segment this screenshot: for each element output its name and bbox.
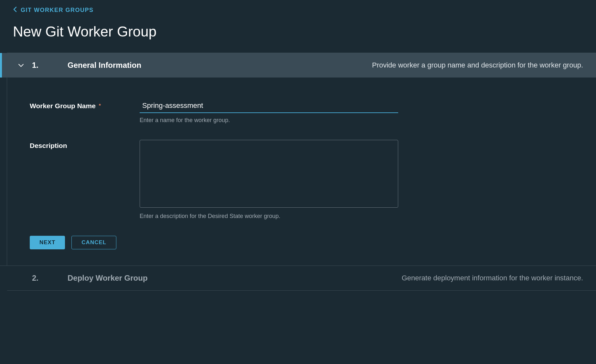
step-2-number: 2. xyxy=(32,274,68,283)
step-2-header[interactable]: 2. Deploy Worker Group Generate deployme… xyxy=(0,265,596,290)
description-label: Description xyxy=(30,140,140,150)
chevron-down-icon xyxy=(18,62,24,69)
description-help-text: Enter a description for the Desired Stat… xyxy=(140,213,398,220)
form-row-description: Description Enter a description for the … xyxy=(30,140,573,220)
step-2-description: Generate deployment information for the … xyxy=(223,274,583,282)
step-1-number: 1. xyxy=(32,61,68,70)
name-help-text: Enter a name for the worker group. xyxy=(140,117,398,124)
chevron-left-icon[interactable] xyxy=(13,6,17,14)
description-field-wrapper: Enter a description for the Desired Stat… xyxy=(140,140,398,220)
label-text: Description xyxy=(30,142,67,150)
breadcrumb-link[interactable]: GIT WORKER GROUPS xyxy=(21,7,94,14)
step-1-title: General Information xyxy=(68,61,223,70)
breadcrumb: GIT WORKER GROUPS xyxy=(0,0,596,17)
page-title: New Git Worker Group xyxy=(0,17,596,53)
step-1-body: Worker Group Name * Enter a name for the… xyxy=(7,78,596,265)
step-1-description: Provide worker a group name and descript… xyxy=(223,61,583,69)
button-row: NEXT CANCEL xyxy=(30,236,573,249)
worker-group-name-label: Worker Group Name * xyxy=(30,100,140,110)
wizard-container: 1. General Information Provide worker a … xyxy=(7,53,596,291)
required-asterisk: * xyxy=(99,103,101,109)
form-row-name: Worker Group Name * Enter a name for the… xyxy=(30,100,573,124)
step-1-header[interactable]: 1. General Information Provide worker a … xyxy=(0,53,596,78)
next-button[interactable]: NEXT xyxy=(30,236,65,249)
label-text: Worker Group Name xyxy=(30,102,96,110)
description-textarea[interactable] xyxy=(140,140,398,208)
step-2-title: Deploy Worker Group xyxy=(68,274,223,283)
cancel-button[interactable]: CANCEL xyxy=(71,236,116,249)
worker-group-name-input[interactable] xyxy=(140,100,398,113)
name-field-wrapper: Enter a name for the worker group. xyxy=(140,100,398,124)
